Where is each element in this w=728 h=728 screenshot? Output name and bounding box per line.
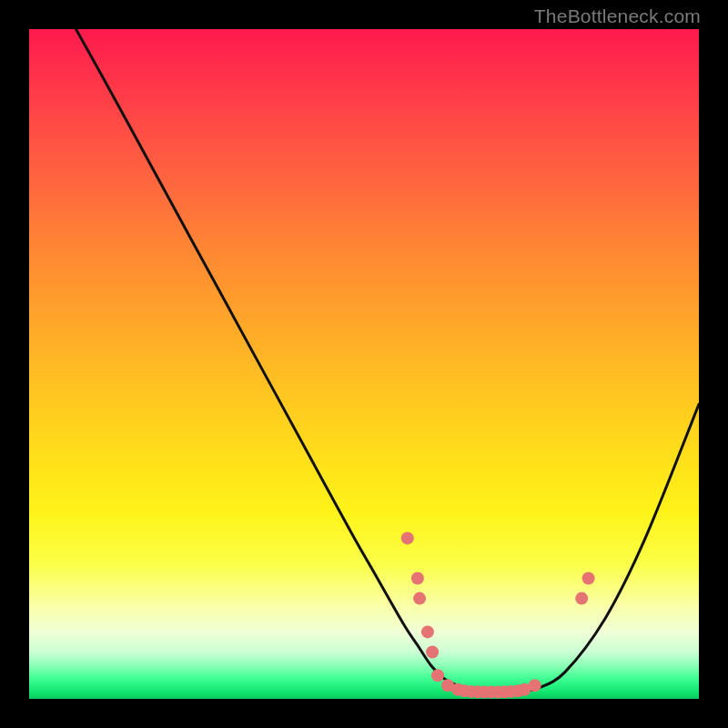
- curve-marker: [582, 572, 595, 585]
- bottleneck-curve: [76, 29, 700, 693]
- curve-marker: [426, 646, 439, 659]
- curve-marker: [413, 592, 426, 605]
- plot-area: [29, 29, 699, 699]
- curve-marker: [401, 531, 414, 544]
- curve-marker: [431, 669, 444, 682]
- curve-marker: [421, 625, 434, 638]
- chart-stage: TheBottleneck.com: [0, 0, 728, 728]
- chart-svg: [29, 29, 699, 699]
- curve-marker: [411, 572, 424, 585]
- watermark-text: TheBottleneck.com: [534, 5, 701, 27]
- curve-markers: [401, 531, 595, 698]
- curve-marker: [529, 679, 541, 692]
- curve-marker: [575, 592, 588, 605]
